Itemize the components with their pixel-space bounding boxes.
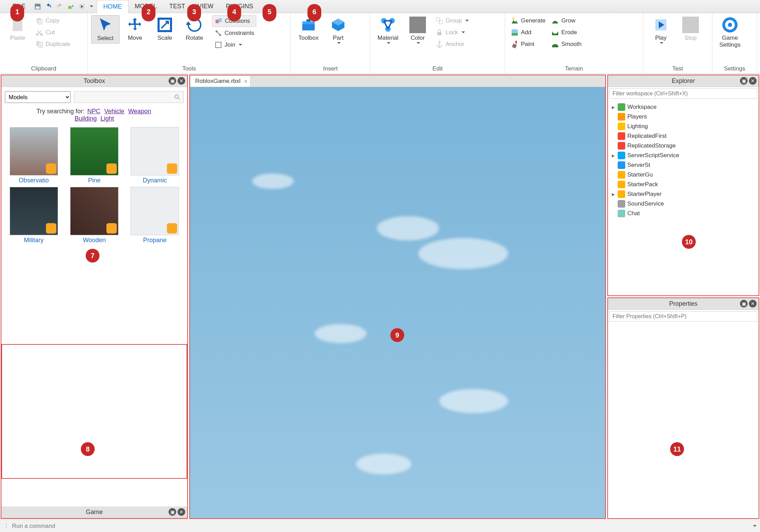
scale-tool-button[interactable]: Scale <box>151 15 179 43</box>
tree-item[interactable]: ReplicatedStorage <box>609 141 757 151</box>
terrain-grow-button[interactable]: Grow <box>549 15 584 26</box>
color-button[interactable]: Color <box>403 15 432 46</box>
explorer-filter-input[interactable] <box>609 88 757 99</box>
join-caret-icon[interactable] <box>239 44 242 47</box>
toolbox-item[interactable]: Observatio <box>5 127 63 184</box>
join-toggle[interactable]: Join <box>212 39 256 50</box>
toolbox-item[interactable]: Propane <box>126 187 184 244</box>
anchor-button[interactable]: Anchor <box>433 39 471 50</box>
document-tab[interactable]: RobloxGame.rbxl× <box>190 75 250 87</box>
suggest-vehicle[interactable]: Vehicle <box>104 108 124 115</box>
popout-icon[interactable]: ▣ <box>169 508 176 516</box>
tab-close-icon[interactable]: × <box>244 78 247 85</box>
popout-icon[interactable]: ▣ <box>169 77 176 85</box>
qat-more-icon[interactable] <box>90 6 93 9</box>
tree-item-icon <box>618 132 625 140</box>
suggest-building[interactable]: Building <box>75 115 97 122</box>
tree-item[interactable]: StarterGu <box>609 170 757 180</box>
material-caret-icon[interactable] <box>387 42 390 46</box>
tree-item[interactable]: ReplicatedFirst <box>609 131 757 141</box>
tree-expand-icon[interactable]: ▸ <box>611 152 616 159</box>
popout-icon[interactable]: ▣ <box>740 77 748 85</box>
cmdbar-grip-icon[interactable]: ⋮ <box>3 522 9 530</box>
terrain-smooth-button[interactable]: Smooth <box>549 39 584 50</box>
model-thumbnail <box>70 127 118 175</box>
toolbox-search-input[interactable] <box>74 91 184 103</box>
tree-item-icon <box>618 103 625 111</box>
tree-item[interactable]: ServerSt <box>609 160 757 170</box>
suggest-light[interactable]: Light <box>101 115 114 122</box>
move-label: Move <box>128 35 142 41</box>
svg-point-39 <box>728 23 732 27</box>
cut-button[interactable]: Cut <box>33 27 72 38</box>
close-icon[interactable]: ✕ <box>178 508 185 516</box>
save-icon[interactable] <box>33 2 42 11</box>
close-icon[interactable]: ✕ <box>178 77 185 85</box>
terrain-erode-button[interactable]: Erode <box>549 27 584 38</box>
cmdbar-caret-icon[interactable] <box>753 525 757 529</box>
select-tool-button[interactable]: Select <box>91 15 120 44</box>
popout-icon[interactable]: ▣ <box>740 300 748 307</box>
cut-label: Cut <box>46 29 55 36</box>
material-button[interactable]: Material <box>374 15 402 46</box>
search-icon <box>174 94 181 101</box>
svg-point-40 <box>175 95 178 98</box>
annotation-badge-7: 7 <box>86 249 99 263</box>
lock-button[interactable]: Lock <box>433 27 471 38</box>
close-icon[interactable]: ✕ <box>749 300 757 307</box>
toolbox-item[interactable]: Military <box>5 187 63 244</box>
tree-expand-icon[interactable]: ▸ <box>611 104 616 111</box>
tree-item[interactable]: ▸Workspace <box>609 102 757 112</box>
toolbox-item[interactable]: Dynamic <box>126 127 184 184</box>
toolbox-category-select[interactable]: Models <box>5 91 70 103</box>
color-caret-icon[interactable] <box>417 42 420 46</box>
constraints-toggle[interactable]: Constraints <box>212 28 256 39</box>
group-button[interactable]: Group <box>433 15 471 26</box>
undo-icon[interactable] <box>44 2 53 11</box>
copy-button[interactable]: Copy <box>33 15 72 26</box>
game-settings-label2: Settings <box>719 41 740 48</box>
stop-button[interactable]: Stop <box>676 15 705 43</box>
part-caret-icon[interactable] <box>337 42 341 46</box>
tree-item[interactable]: Chat <box>609 209 757 218</box>
command-bar: ⋮ <box>0 520 760 532</box>
tree-item[interactable]: ▸ServerScriptService <box>609 151 757 160</box>
play-caret-icon[interactable] <box>660 42 663 46</box>
tree-item-label: StarterPlayer <box>627 191 662 198</box>
duplicate-button[interactable]: Duplicate <box>33 39 72 50</box>
part-button[interactable]: Part <box>324 15 352 46</box>
terrain-generate-button[interactable]: Generate <box>509 15 548 26</box>
tree-item-icon <box>618 123 625 130</box>
export-icon[interactable] <box>66 2 75 11</box>
tree-expand-icon[interactable]: ▸ <box>611 191 616 198</box>
suggest-npc[interactable]: NPC <box>87 108 101 115</box>
terrain-add-button[interactable]: Add <box>509 27 548 38</box>
redo-icon[interactable] <box>55 2 64 11</box>
properties-filter-input[interactable] <box>609 311 757 322</box>
command-input[interactable] <box>12 523 752 530</box>
close-icon[interactable]: ✕ <box>749 77 757 85</box>
play-button[interactable]: Play <box>647 15 675 46</box>
playtest-icon[interactable] <box>77 2 86 11</box>
tree-item-label: Players <box>627 113 647 120</box>
tree-item[interactable]: ▸StarterPlayer <box>609 189 757 199</box>
tree-item[interactable]: Lighting <box>609 122 757 131</box>
add-terrain-icon <box>511 28 519 37</box>
toolbox-item[interactable]: Wooden <box>65 187 123 244</box>
explorer-panel-header: Explorer ▣✕ <box>608 75 759 87</box>
material-label: Material <box>378 35 398 41</box>
terrain-paint-button[interactable]: Paint <box>509 39 548 50</box>
suggest-weapon[interactable]: Weapon <box>128 108 151 115</box>
viewport-3d[interactable] <box>190 87 605 518</box>
menubar: FILE HOME MODEL TEST VIEW PLUGINS <box>0 0 760 13</box>
tree-item[interactable]: Players <box>609 112 757 122</box>
toolbox-item[interactable]: Pine <box>65 127 123 184</box>
tree-item[interactable]: StarterPack <box>609 180 757 189</box>
menu-home[interactable]: HOME <box>97 0 129 13</box>
tree-item-label: ServerScriptService <box>627 152 679 159</box>
toolbox-item-label: Military <box>24 237 44 244</box>
tree-item[interactable]: SoundService <box>609 199 757 209</box>
copy-label: Copy <box>46 17 59 24</box>
game-settings-button[interactable]: GameSettings <box>716 15 744 50</box>
model-thumbnail <box>131 187 179 235</box>
